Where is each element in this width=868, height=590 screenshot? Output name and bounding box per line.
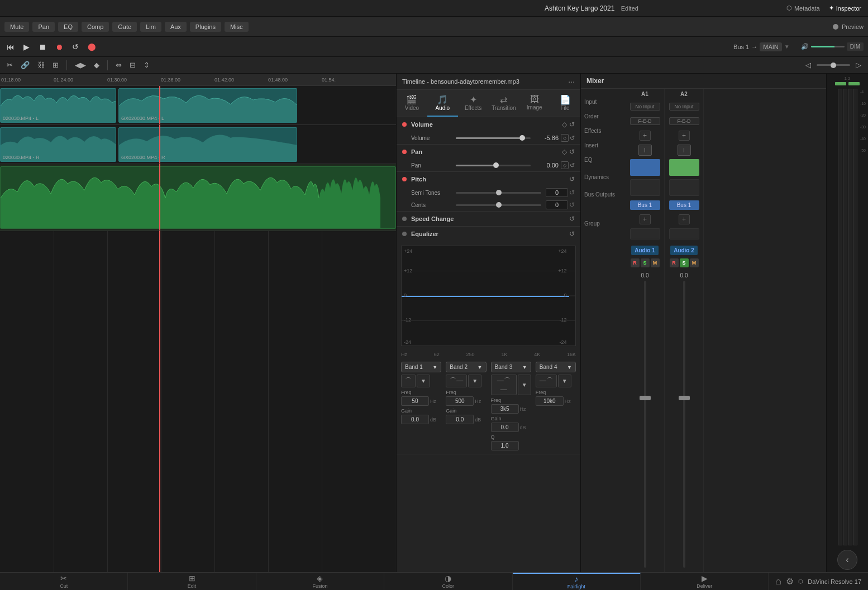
pan-header[interactable]: Pan ◇ ↺ [397,145,580,159]
scrub-slider[interactable] [817,64,850,66]
comp-button[interactable]: Comp [82,22,109,32]
ch-a1-fader-track[interactable] [644,281,646,568]
volume-header[interactable]: Volume ◇ ↺ [397,117,580,132]
ch-a1-effects-add[interactable]: + [640,131,651,141]
nav-fairlight[interactable]: ♪ Fairlight [513,573,641,590]
band-3-gain-input[interactable] [491,423,519,432]
volume-param-reset[interactable]: ↺ [570,135,575,142]
inspector-button[interactable]: ✦ Inspector [829,4,861,12]
arrow-btn[interactable]: ◁ [803,60,813,70]
ch-a1-input[interactable]: No Input [630,103,660,111]
semitones-reset-button[interactable]: ↺ [569,189,575,196]
ch-a2-add-bus[interactable]: + [679,214,690,224]
clip-2a[interactable]: 020030.MP4 - R [0,127,116,162]
pan-key-button[interactable]: ◇ [561,161,569,169]
ch-a1-fader-handle[interactable] [640,396,651,400]
ch-a2-fader-track[interactable] [683,281,685,568]
record-button[interactable]: ⏺ [53,41,65,52]
band-1-type-button[interactable]: ⌒ [401,375,416,387]
ch-a2-input[interactable]: No Input [669,103,699,111]
ch-a2-r-btn[interactable]: R [670,258,679,267]
ch-a1-m-btn[interactable]: M [651,258,660,267]
ch-a2-fader-handle[interactable] [679,396,690,400]
cents-slider-thumb[interactable] [496,202,502,208]
ch-a1-add-bus[interactable]: + [640,214,651,224]
tab-transition[interactable]: ⇄ Transition [488,90,519,117]
tab-image[interactable]: 🖼 Image [519,90,550,117]
pan-slider-thumb[interactable] [493,162,499,168]
tab-video[interactable]: 🎬 Video [397,90,427,117]
link-button[interactable]: 🔗 [18,60,32,70]
collapse-button[interactable]: ‹ [837,550,857,570]
band-4-freq-input[interactable] [536,396,564,406]
select-tool-button[interactable]: ◀▶ [73,60,88,70]
volume-slider-track[interactable] [456,137,531,139]
loop-button[interactable]: ↺ [70,41,81,52]
up-down-button[interactable]: ⇕ [141,60,152,70]
mute-button[interactable]: Mute [4,22,29,32]
zoom-button[interactable]: ⇔ [113,60,124,70]
tab-effects[interactable]: ✦ Effects [458,90,489,117]
settings-button[interactable]: ⚙ [786,576,794,587]
band-2-freq-input[interactable] [446,396,474,406]
band-2-gain-input[interactable] [446,415,474,424]
blade-button[interactable]: ◆ [92,60,102,70]
speed-change-header[interactable]: Speed Change ↺ [397,212,580,226]
clip-2b[interactable]: GX020030.MP4 - R [118,127,297,162]
pan-keyframe-button[interactable]: ◇ [562,148,567,156]
pitch-reset-button[interactable]: ↺ [569,175,575,183]
pan-slider-track[interactable] [456,165,531,166]
band-2-type-dropdown[interactable]: ▼ [468,375,481,387]
snap-button[interactable]: ⊞ [50,60,61,70]
plugins-button[interactable]: Plugins [190,22,221,32]
nav-edit[interactable]: ⊞ Edit [128,573,256,590]
aux-button[interactable]: Aux [165,22,187,32]
volume-slider-thumb[interactable] [519,135,525,141]
metadata-button[interactable]: ⬡ Metadata [786,4,820,12]
ch-a2-order[interactable]: F-E-D [669,117,699,125]
band-4-button[interactable]: Band 4 ▼ [536,362,576,372]
pan-param-reset[interactable]: ↺ [570,162,575,169]
clip-1b[interactable]: GX020030.MP4 - L [118,88,297,123]
tab-file[interactable]: 📄 File [550,90,580,117]
stop-button[interactable]: ⏹ [36,41,49,52]
band-1-button[interactable]: Band 1 ▼ [401,362,441,372]
ch-a2-m-btn[interactable]: M [690,258,699,267]
ch-a1-r-btn[interactable]: R [631,258,640,267]
band-1-gain-input[interactable] [401,415,429,424]
band-1-type-dropdown[interactable]: ▼ [417,375,430,387]
eq-reset-button[interactable]: ↺ [569,230,575,238]
ch-a2-s-btn[interactable]: S [680,258,689,267]
pan-button[interactable]: Pan [32,22,55,32]
equalizer-header[interactable]: Equalizer ↺ [397,227,580,241]
eq-graph[interactable]: +24 +12 0 -12 -24 +24 +12 0 -12 -24 [401,246,576,346]
ch-a2-insert-btn[interactable]: I [678,145,691,156]
pan-reset-button[interactable]: ↺ [569,148,575,156]
nav-color[interactable]: ◑ Color [384,573,512,590]
semitones-slider-thumb[interactable] [496,190,502,195]
band-4-type-button[interactable]: —⌒ [536,375,557,387]
ch-a1-order[interactable]: F-E-D [630,117,660,125]
eq-button[interactable]: EQ [58,22,78,32]
play-button[interactable]: ▶ [21,41,32,52]
band-3-type-button[interactable]: —⌒— [491,375,517,395]
ch-a1-eq-strip[interactable] [630,159,660,176]
band-3-freq-input[interactable] [491,404,519,414]
clip-3[interactable] [0,166,396,229]
ch-a2-bus-btn[interactable]: Bus 1 [669,200,699,210]
ch-a1-bus-btn[interactable]: Bus 1 [630,200,660,210]
tab-audio[interactable]: 🎵 Audio [427,90,458,117]
dim-button[interactable]: DIM [847,42,864,51]
nav-fusion[interactable]: ◈ Fusion [256,573,384,590]
nav-deliver[interactable]: ▶ Deliver [641,573,769,590]
cut-tool-button[interactable]: ✂ [4,60,15,70]
clip-1a[interactable]: 020030.MP4 - L [0,88,116,123]
ch-a1-dyn-strip[interactable] [630,179,660,196]
ch-a2-effects-add[interactable]: + [679,131,690,141]
lim-button[interactable]: Lim [140,22,161,32]
band-2-button[interactable]: Band 2 ▼ [446,362,486,372]
nav-cut[interactable]: ✂ Cut [0,573,128,590]
arrow-right-btn[interactable]: ▷ [853,60,864,70]
timeline-menu-button[interactable]: ··· [568,77,575,86]
home-button[interactable]: ⌂ [775,575,781,587]
